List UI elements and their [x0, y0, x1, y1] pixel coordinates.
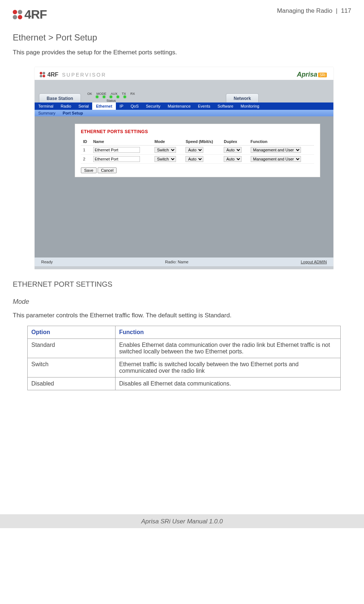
nav-ethernet[interactable]: Ethernet — [92, 102, 116, 110]
page-footer: Aprisa SRi User Manual 1.0.0 — [0, 514, 364, 528]
logout-link[interactable]: Logout ADMIN — [301, 260, 327, 264]
function-select[interactable]: Management and User — [251, 147, 301, 153]
page-number: 117 — [341, 7, 351, 14]
col-id: ID — [81, 138, 91, 146]
supervisor-brand: 4RF — [47, 71, 58, 78]
main-nav: Terminal Radio Serial Ethernet IP QoS Se… — [35, 102, 333, 110]
table-row: 1 Switch Auto Auto Management and User — [81, 146, 314, 155]
panel-title: ETHERNET PORTS SETTINGS — [81, 129, 314, 134]
aprisa-logo: AprisaSRi — [297, 71, 327, 78]
brand-logo: 4RF — [13, 7, 47, 22]
nav-terminal[interactable]: Terminal — [35, 102, 57, 110]
sub-nav: Summary Port Setup — [35, 110, 333, 116]
led-icon — [124, 96, 126, 98]
nav-radio[interactable]: Radio — [57, 102, 75, 110]
subsection-title: Mode — [13, 298, 351, 306]
cancel-button[interactable]: Cancel — [98, 167, 117, 173]
tab-network[interactable]: Network — [226, 93, 258, 102]
table-row: Standard Enables Ethernet data communica… — [28, 339, 341, 358]
logo-dots-icon — [40, 72, 45, 77]
table-row: Disabled Disables all Ethernet data comm… — [28, 378, 341, 390]
status-leds: OK MODE AUX TX RX Status — [87, 92, 135, 102]
led-icon — [110, 96, 112, 98]
col-function: Function — [116, 326, 341, 339]
mode-select[interactable]: Switch — [154, 147, 176, 153]
supervisor-word: SUPERVISOR — [62, 72, 106, 78]
mode-select[interactable]: Switch — [154, 156, 176, 162]
tab-base-station[interactable]: Base Station — [39, 93, 81, 102]
led-icon — [103, 96, 105, 98]
port-name-input[interactable] — [93, 156, 140, 162]
subnav-port-setup[interactable]: Port Setup — [59, 110, 87, 116]
section-name: Managing the Radio — [277, 7, 332, 14]
status-mid: Radio: Name — [165, 260, 188, 264]
led-icon — [96, 96, 98, 98]
table-row: 2 Switch Auto Auto Management and User — [81, 155, 314, 164]
nav-serial[interactable]: Serial — [75, 102, 92, 110]
col-speed: Speed (Mbit/s) — [183, 138, 222, 146]
nav-ip[interactable]: IP — [116, 102, 127, 110]
nav-monitoring[interactable]: Monitoring — [237, 102, 263, 110]
status-bar: Ready Radio: Name Logout ADMIN — [35, 258, 333, 266]
subsection-desc: This parameter controls the Ethernet tra… — [13, 312, 351, 319]
col-name: Name — [91, 138, 152, 146]
nav-events[interactable]: Events — [194, 102, 214, 110]
speed-select[interactable]: Auto — [185, 156, 203, 162]
page-header: 4RF Managing the Radio | 117 — [13, 7, 351, 22]
logo-dots-icon — [13, 10, 22, 19]
lead-text: This page provides the setup for the Eth… — [13, 49, 351, 56]
duplex-select[interactable]: Auto — [224, 147, 242, 153]
status-left: Ready — [41, 260, 53, 264]
nav-qos[interactable]: QoS — [127, 102, 142, 110]
col-duplex: Duplex — [222, 138, 248, 146]
ports-panel: ETHERNET PORTS SETTINGS ID Name Mode Spe… — [75, 124, 320, 177]
section-title: ETHERNET PORT SETTINGS — [13, 280, 351, 289]
ports-table: ID Name Mode Speed (Mbit/s) Duplex Funct… — [81, 138, 314, 164]
nav-software[interactable]: Software — [214, 102, 237, 110]
save-button[interactable]: Save — [81, 167, 97, 173]
nav-security[interactable]: Security — [142, 102, 164, 110]
function-select[interactable]: Management and User — [251, 156, 301, 162]
col-option: Option — [28, 326, 116, 339]
subnav-summary[interactable]: Summary — [35, 110, 59, 116]
breadcrumb: Ethernet > Port Setup — [13, 32, 351, 43]
speed-select[interactable]: Auto — [185, 147, 203, 153]
table-row: Switch Ethernet traffic is switched loca… — [28, 358, 341, 378]
duplex-select[interactable]: Auto — [224, 156, 242, 162]
col-function: Function — [248, 138, 314, 146]
led-icon — [117, 96, 119, 98]
ui-screenshot: 4RF SUPERVISOR AprisaSRi Base Station OK… — [35, 67, 333, 269]
col-mode: Mode — [152, 138, 183, 146]
port-name-input[interactable] — [93, 147, 140, 153]
supervisor-logo: 4RF SUPERVISOR — [40, 71, 106, 78]
header-right: Managing the Radio | 117 — [277, 7, 351, 15]
options-table: Option Function Standard Enables Etherne… — [27, 326, 341, 390]
nav-maintenance[interactable]: Maintenance — [164, 102, 194, 110]
logo-text: 4RF — [24, 7, 47, 22]
